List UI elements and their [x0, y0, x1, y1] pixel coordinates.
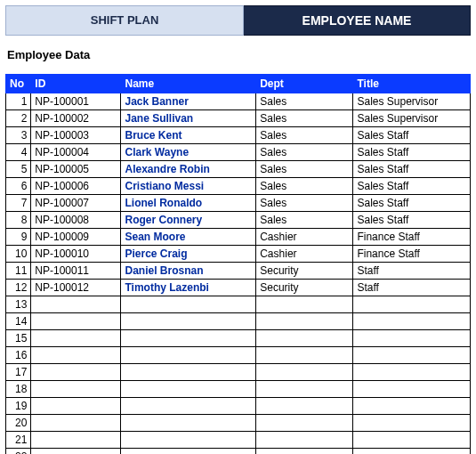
cell-title[interactable]: [353, 296, 471, 313]
table-row[interactable]: 13: [6, 296, 471, 313]
cell-id[interactable]: NP-100007: [31, 195, 121, 212]
cell-id[interactable]: NP-100005: [31, 161, 121, 178]
shift-plan-tab[interactable]: SHIFT PLAN: [5, 5, 244, 36]
cell-title[interactable]: [353, 347, 471, 364]
cell-name[interactable]: Timothy Lazenbi: [121, 280, 256, 296]
table-row[interactable]: 22: [6, 449, 471, 455]
cell-no[interactable]: 8: [6, 212, 31, 229]
cell-name[interactable]: [121, 313, 256, 330]
cell-no[interactable]: 9: [6, 229, 31, 246]
cell-title[interactable]: Sales Staff: [353, 127, 471, 144]
cell-no[interactable]: 21: [6, 432, 31, 449]
cell-dept[interactable]: [256, 449, 353, 455]
cell-name[interactable]: [121, 449, 256, 455]
cell-title[interactable]: [353, 432, 471, 449]
cell-title[interactable]: Finance Staff: [353, 246, 471, 263]
cell-no[interactable]: 4: [6, 144, 31, 161]
cell-name[interactable]: [121, 330, 256, 347]
col-header-id[interactable]: ID: [31, 75, 121, 93]
cell-name[interactable]: [121, 415, 256, 432]
cell-name[interactable]: [121, 432, 256, 449]
cell-id[interactable]: NP-100001: [31, 93, 121, 110]
table-row[interactable]: 12NP-100012Timothy LazenbiSecurityStaff: [6, 280, 471, 296]
cell-id[interactable]: [31, 381, 121, 398]
cell-id[interactable]: NP-100004: [31, 144, 121, 161]
cell-title[interactable]: [353, 313, 471, 330]
cell-name[interactable]: [121, 364, 256, 381]
cell-id[interactable]: NP-100006: [31, 178, 121, 195]
cell-name[interactable]: Cristiano Messi: [121, 178, 256, 195]
cell-dept[interactable]: Cashier: [256, 229, 353, 246]
col-header-no[interactable]: No: [6, 75, 31, 93]
cell-id[interactable]: [31, 398, 121, 415]
table-row[interactable]: 20: [6, 415, 471, 432]
cell-name[interactable]: [121, 381, 256, 398]
cell-dept[interactable]: Security: [256, 263, 353, 280]
cell-name[interactable]: [121, 347, 256, 364]
table-row[interactable]: 15: [6, 330, 471, 347]
employee-name-tab[interactable]: EMPLOYEE NAME: [244, 5, 471, 36]
cell-dept[interactable]: [256, 364, 353, 381]
cell-no[interactable]: 22: [6, 449, 31, 455]
cell-dept[interactable]: Sales: [256, 178, 353, 195]
cell-title[interactable]: Sales Supervisor: [353, 93, 471, 110]
cell-title[interactable]: Sales Supervisor: [353, 110, 471, 127]
cell-no[interactable]: 18: [6, 381, 31, 398]
cell-dept[interactable]: [256, 381, 353, 398]
cell-no[interactable]: 20: [6, 415, 31, 432]
cell-no[interactable]: 5: [6, 161, 31, 178]
cell-no[interactable]: 15: [6, 330, 31, 347]
cell-no[interactable]: 14: [6, 313, 31, 330]
cell-title[interactable]: Sales Staff: [353, 178, 471, 195]
cell-id[interactable]: [31, 296, 121, 313]
cell-dept[interactable]: [256, 313, 353, 330]
cell-name[interactable]: Pierce Craig: [121, 246, 256, 263]
table-row[interactable]: 5NP-100005Alexandre RobinSalesSales Staf…: [6, 161, 471, 178]
cell-no[interactable]: 1: [6, 93, 31, 110]
table-row[interactable]: 9NP-100009Sean MooreCashierFinance Staff: [6, 229, 471, 246]
cell-dept[interactable]: Sales: [256, 195, 353, 212]
cell-title[interactable]: Sales Staff: [353, 212, 471, 229]
table-row[interactable]: 17: [6, 364, 471, 381]
cell-dept[interactable]: [256, 432, 353, 449]
cell-no[interactable]: 10: [6, 246, 31, 263]
table-row[interactable]: 18: [6, 381, 471, 398]
cell-title[interactable]: Staff: [353, 280, 471, 296]
table-row[interactable]: 2NP-100002Jane SullivanSalesSales Superv…: [6, 110, 471, 127]
cell-id[interactable]: NP-100003: [31, 127, 121, 144]
table-row[interactable]: 16: [6, 347, 471, 364]
cell-name[interactable]: Alexandre Robin: [121, 161, 256, 178]
cell-dept[interactable]: Sales: [256, 212, 353, 229]
cell-no[interactable]: 19: [6, 398, 31, 415]
table-row[interactable]: 11NP-100011Daniel BrosnanSecurityStaff: [6, 263, 471, 280]
cell-id[interactable]: NP-100002: [31, 110, 121, 127]
cell-name[interactable]: Jane Sullivan: [121, 110, 256, 127]
cell-title[interactable]: [353, 415, 471, 432]
cell-no[interactable]: 2: [6, 110, 31, 127]
cell-name[interactable]: Bruce Kent: [121, 127, 256, 144]
cell-name[interactable]: Daniel Brosnan: [121, 263, 256, 280]
cell-id[interactable]: [31, 313, 121, 330]
cell-no[interactable]: 12: [6, 280, 31, 296]
cell-no[interactable]: 16: [6, 347, 31, 364]
cell-title[interactable]: [353, 398, 471, 415]
cell-title[interactable]: [353, 449, 471, 455]
cell-id[interactable]: [31, 415, 121, 432]
cell-dept[interactable]: Security: [256, 280, 353, 296]
cell-no[interactable]: 3: [6, 127, 31, 144]
cell-dept[interactable]: [256, 347, 353, 364]
table-row[interactable]: 4NP-100004Clark WayneSalesSales Staff: [6, 144, 471, 161]
cell-no[interactable]: 7: [6, 195, 31, 212]
table-row[interactable]: 3NP-100003Bruce KentSalesSales Staff: [6, 127, 471, 144]
cell-id[interactable]: NP-100012: [31, 280, 121, 296]
cell-dept[interactable]: Cashier: [256, 246, 353, 263]
cell-dept[interactable]: [256, 296, 353, 313]
cell-id[interactable]: [31, 432, 121, 449]
cell-title[interactable]: [353, 381, 471, 398]
cell-dept[interactable]: Sales: [256, 110, 353, 127]
cell-no[interactable]: 17: [6, 364, 31, 381]
cell-dept[interactable]: [256, 330, 353, 347]
cell-dept[interactable]: Sales: [256, 161, 353, 178]
cell-title[interactable]: [353, 364, 471, 381]
cell-no[interactable]: 13: [6, 296, 31, 313]
